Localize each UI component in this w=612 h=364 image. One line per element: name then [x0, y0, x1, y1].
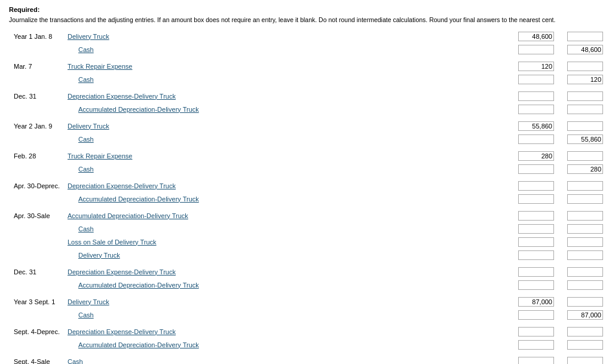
credit-input[interactable]: [567, 267, 603, 277]
credit-input[interactable]: [567, 75, 603, 84]
account-link[interactable]: Accumulated Depreciation-Delivery Truck: [78, 341, 199, 348]
credit-input[interactable]: [567, 237, 603, 247]
debit-input[interactable]: [518, 237, 554, 247]
account-link[interactable]: Cash: [78, 225, 94, 233]
account-link[interactable]: Accumulated Depreciation-Delivery Truck: [78, 106, 199, 113]
account-cell: Accumulated Depreciation-Delivery Truck: [68, 280, 507, 289]
debit-input[interactable]: [518, 105, 554, 114]
journal-table: Year 1 Jan. 8Delivery TruckCashMar. 7Tru…: [9, 32, 603, 364]
date-cell: Year 3 Sept. 1: [14, 297, 68, 305]
account-link[interactable]: Depreciation Expense-Delivery Truck: [68, 268, 176, 276]
debit-cell: [507, 62, 555, 71]
account-cell: Depreciation Expense-Delivery Truck: [68, 267, 507, 276]
debit-input[interactable]: [518, 211, 554, 221]
account-link[interactable]: Cash: [68, 358, 83, 364]
account-link[interactable]: Depreciation Expense-Delivery Truck: [68, 93, 176, 100]
debit-cell: [507, 340, 555, 350]
account-link[interactable]: Cash: [78, 136, 94, 143]
account-cell: Cash: [68, 45, 507, 53]
debit-input[interactable]: [518, 164, 554, 174]
account-link[interactable]: Delivery Truck: [68, 33, 109, 40]
credit-cell: [555, 267, 603, 277]
credit-input[interactable]: [567, 121, 603, 131]
debit-cell: [507, 224, 555, 234]
debit-input[interactable]: [518, 181, 554, 191]
credit-input[interactable]: [567, 224, 603, 234]
debit-input[interactable]: [518, 250, 554, 260]
credit-input[interactable]: [567, 62, 603, 71]
debit-input[interactable]: [518, 194, 554, 204]
credit-input[interactable]: [567, 340, 603, 350]
table-row: Cash: [9, 164, 603, 176]
credit-cell: [555, 194, 603, 204]
debit-cell: [507, 250, 555, 260]
date-cell: [14, 194, 68, 195]
account-link[interactable]: Truck Repair Expense: [68, 63, 132, 70]
credit-input[interactable]: [567, 32, 603, 41]
instructions: Journalize the transactions and the adju…: [9, 16, 603, 25]
credit-input[interactable]: [567, 105, 603, 114]
debit-input[interactable]: [518, 267, 554, 277]
table-row: Cash: [9, 45, 603, 57]
account-link[interactable]: Cash: [78, 46, 94, 53]
credit-input[interactable]: [567, 211, 603, 221]
debit-input[interactable]: [518, 151, 554, 161]
credit-input[interactable]: [567, 194, 603, 204]
date-cell: Dec. 31: [14, 91, 68, 100]
account-link[interactable]: Delivery Truck: [78, 252, 120, 259]
account-link[interactable]: Accumulated Depreciation-Delivery Truck: [78, 195, 199, 203]
table-row: Loss on Sale of Delivery Truck: [9, 237, 603, 249]
table-row: Delivery Truck: [9, 250, 603, 262]
debit-cell: [507, 194, 555, 204]
debit-input[interactable]: [518, 327, 554, 337]
account-link[interactable]: Delivery Truck: [68, 298, 109, 305]
debit-input[interactable]: [518, 340, 554, 350]
credit-cell: [555, 134, 603, 144]
date-cell: Sept. 4-Sale: [14, 357, 68, 364]
account-link[interactable]: Depreciation Expense-Delivery Truck: [68, 182, 176, 189]
account-link[interactable]: Cash: [78, 76, 94, 83]
account-link[interactable]: Truck Repair Expense: [68, 152, 132, 160]
date-cell: [14, 164, 68, 166]
debit-input[interactable]: [518, 134, 554, 144]
debit-cell: [507, 151, 555, 161]
account-link[interactable]: Cash: [78, 311, 94, 319]
credit-cell: [555, 297, 603, 307]
date-cell: [14, 224, 68, 225]
account-link[interactable]: Loss on Sale of Delivery Truck: [68, 238, 157, 246]
credit-input[interactable]: [567, 45, 603, 54]
credit-input[interactable]: [567, 164, 603, 174]
debit-input[interactable]: [518, 224, 554, 234]
credit-input[interactable]: [567, 310, 603, 320]
account-link[interactable]: Depreciation Expense-Delivery Truck: [68, 328, 176, 335]
account-link[interactable]: Accumulated Depreciation-Delivery Truck: [78, 282, 199, 289]
credit-input[interactable]: [567, 250, 603, 260]
table-row: Cash: [9, 134, 603, 146]
account-link[interactable]: Accumulated Depreciation-Delivery Truck: [68, 212, 188, 219]
credit-input[interactable]: [567, 280, 603, 290]
debit-input[interactable]: [518, 32, 554, 41]
account-link[interactable]: Delivery Truck: [68, 123, 109, 130]
debit-input[interactable]: [518, 45, 554, 54]
debit-input[interactable]: [518, 310, 554, 320]
debit-input[interactable]: [518, 280, 554, 290]
credit-input[interactable]: [567, 357, 603, 364]
credit-input[interactable]: [567, 327, 603, 337]
date-cell: [14, 340, 68, 341]
account-cell: Accumulated Depreciation-Delivery Truck: [68, 105, 507, 113]
credit-input[interactable]: [567, 134, 603, 144]
credit-input[interactable]: [567, 151, 603, 161]
debit-input[interactable]: [518, 357, 554, 364]
debit-cell: [507, 164, 555, 174]
account-link[interactable]: Cash: [78, 166, 94, 173]
credit-input[interactable]: [567, 297, 603, 307]
credit-input[interactable]: [567, 181, 603, 191]
table-row: Feb. 28Truck Repair Expense: [9, 151, 603, 163]
debit-input[interactable]: [518, 75, 554, 84]
debit-input[interactable]: [518, 62, 554, 71]
credit-input[interactable]: [567, 91, 603, 101]
debit-input[interactable]: [518, 91, 554, 101]
debit-input[interactable]: [518, 297, 554, 307]
required-label: Required:: [9, 6, 603, 13]
debit-input[interactable]: [518, 121, 554, 131]
